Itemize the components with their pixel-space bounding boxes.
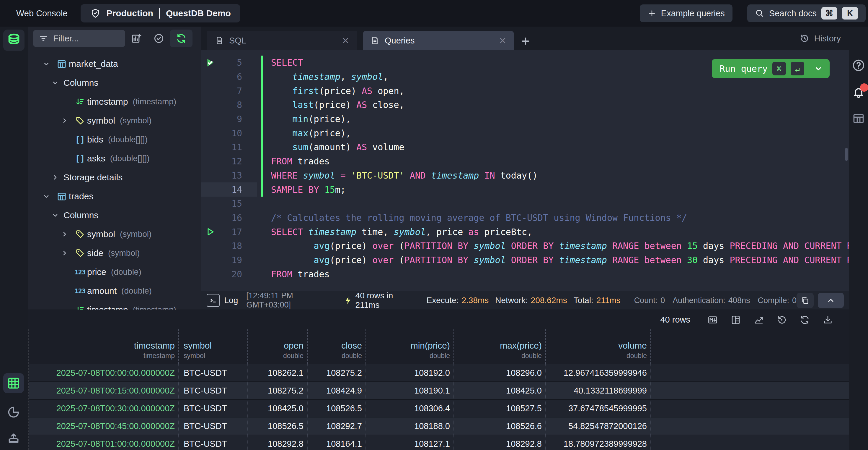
chart-builder-icon[interactable]	[753, 315, 764, 325]
chevron-down-icon[interactable]	[814, 64, 823, 73]
chevron-right-icon[interactable]	[52, 174, 63, 181]
tree-item-columns[interactable]: Columns	[28, 206, 201, 225]
chevron-right-icon[interactable]	[61, 250, 73, 257]
chevron-down-icon[interactable]	[52, 212, 63, 219]
tab-close-icon[interactable]: ✕	[499, 35, 506, 46]
tree-item-bids[interactable]: []bids(double[][])	[28, 130, 201, 149]
cell-min-price-[interactable]: 108188.0	[366, 418, 454, 434]
tree-item-timestamp[interactable]: timestamp(timestamp)	[28, 301, 201, 310]
tree-item-price[interactable]: 123price(double)	[28, 262, 201, 281]
cell-symbol[interactable]: BTC-USDT	[179, 382, 248, 399]
table-row[interactable]: 2025-07-08T00:15:00.000000ZBTC-USDT10827…	[29, 382, 849, 400]
cell-max-price-[interactable]: 108425.0	[454, 382, 546, 399]
download-csv-icon[interactable]	[823, 315, 833, 325]
markdown-export-icon[interactable]	[707, 315, 718, 325]
code-line-11[interactable]: 11 sum(amount) AS volume	[202, 140, 849, 154]
cell-volume[interactable]: 18.780972389999928	[546, 435, 651, 450]
instance-pill[interactable]: Production QuestDB Demo	[81, 4, 240, 23]
run-line-icon[interactable]	[202, 227, 219, 237]
copy-log-button[interactable]	[797, 293, 814, 308]
cell-symbol[interactable]: BTC-USDT	[179, 364, 248, 382]
tab-close-icon[interactable]: ✕	[342, 35, 349, 46]
column-header-min-price-[interactable]: min(price)double	[366, 329, 454, 364]
tree-item-asks[interactable]: []asks(double[][])	[28, 149, 201, 168]
cell-open[interactable]: 108292.8	[248, 435, 308, 450]
refresh-schema-button[interactable]	[170, 30, 192, 47]
cell-max-price-[interactable]: 108296.0	[454, 364, 546, 382]
cell-open[interactable]: 108275.2	[248, 382, 308, 399]
import-button[interactable]	[3, 428, 24, 448]
cell-max-price-[interactable]: 108527.5	[454, 400, 546, 417]
table-row[interactable]: 2025-07-08T01:00:00.000000ZBTC-USDT10829…	[29, 435, 849, 450]
schema-filter[interactable]	[33, 30, 125, 47]
new-tab-button[interactable]	[521, 36, 531, 46]
code-line-19[interactable]: 19 avg(price) over (PARTITION BY symbol …	[202, 253, 849, 267]
tree-item-side[interactable]: side(symbol)	[28, 244, 201, 262]
search-docs-button[interactable]: Search docs ⌘ K	[747, 4, 866, 22]
cell-timestamp[interactable]: 2025-07-08T00:30:00.000000Z	[29, 400, 179, 417]
tree-item-market-data[interactable]: market_data	[28, 54, 201, 73]
results-grid[interactable]: timestamptimestampsymbolsymbolopendouble…	[28, 329, 849, 450]
code-line-14[interactable]: 14SAMPLE BY 15m;	[202, 182, 849, 197]
cell-close[interactable]: 108526.5	[308, 400, 366, 417]
cell-max-price-[interactable]: 108526.6	[454, 418, 546, 434]
table-row[interactable]: 2025-07-08T00:00:00.000000ZBTC-USDT10826…	[29, 364, 849, 382]
tree-item-trades[interactable]: trades	[28, 187, 201, 206]
cell-open[interactable]: 108425.0	[248, 400, 308, 417]
cell-close[interactable]: 108292.7	[308, 418, 366, 434]
code-line-7[interactable]: 7 first(price) AS open,	[202, 84, 849, 98]
history-button[interactable]: History	[800, 27, 841, 50]
chevron-right-icon[interactable]	[61, 231, 73, 238]
cell-open[interactable]: 108262.1	[248, 364, 308, 382]
notifications-button[interactable]	[852, 86, 865, 99]
grid-view-button[interactable]	[3, 373, 24, 393]
tree-item-storage-details[interactable]: Storage details	[28, 168, 201, 187]
code-line-13[interactable]: 13WHERE symbol = 'BTC-USDT' AND timestam…	[202, 169, 849, 183]
tree-item-amount[interactable]: 123amount(double)	[28, 281, 201, 301]
cell-timestamp[interactable]: 2025-07-08T00:00:00.000000Z	[29, 364, 179, 382]
tree-item-columns[interactable]: Columns	[28, 73, 201, 92]
toggle-results-panel-button[interactable]	[852, 112, 865, 125]
cell-close[interactable]: 108424.9	[308, 382, 366, 399]
cell-open[interactable]: 108526.5	[248, 418, 308, 434]
column-header-close[interactable]: closedouble	[308, 329, 366, 364]
chevron-right-icon[interactable]	[61, 117, 73, 124]
column-header-timestamp[interactable]: timestamptimestamp	[29, 329, 179, 364]
cell-volume[interactable]: 54.82547872000126	[546, 418, 651, 434]
cell-min-price-[interactable]: 108306.4	[366, 400, 454, 417]
example-queries-button[interactable]: Example queries	[640, 4, 733, 22]
column-header-open[interactable]: opendouble	[248, 329, 308, 364]
cell-volume[interactable]: 12.967416359999946	[546, 364, 651, 382]
chevron-down-icon[interactable]	[43, 193, 55, 200]
run-query-button[interactable]: Run query ⌘ ↵	[712, 59, 830, 78]
code-line-18[interactable]: 18 avg(price) over (PARTITION BY symbol …	[202, 239, 849, 253]
editor-scrollbar[interactable]	[845, 148, 848, 161]
add-metrics-button[interactable]	[125, 30, 148, 47]
cell-volume[interactable]: 37.67478545999995	[546, 400, 651, 417]
chart-view-button[interactable]	[3, 402, 24, 422]
code-line-10[interactable]: 10 max(price),	[202, 126, 849, 140]
questdb-logo[interactable]	[3, 30, 25, 51]
schema-filter-input[interactable]	[53, 33, 98, 44]
column-header-max-price-[interactable]: max(price)double	[454, 329, 546, 364]
restore-result-icon[interactable]	[776, 315, 787, 325]
sql-editor[interactable]: Run query ⌘ ↵ 5SELECT6 timestamp, symbol…	[202, 50, 849, 291]
tree-item-symbol[interactable]: symbol(symbol)	[28, 225, 201, 244]
collapse-log-button[interactable]	[818, 293, 844, 308]
cell-min-price-[interactable]: 108190.1	[366, 382, 454, 399]
chevron-down-icon[interactable]	[52, 79, 63, 86]
chevron-down-icon[interactable]	[43, 60, 55, 67]
cell-min-price-[interactable]: 108127.1	[366, 435, 454, 450]
code-line-15[interactable]: 15	[202, 197, 849, 211]
cell-min-price-[interactable]: 108192.0	[366, 364, 454, 382]
code-line-8[interactable]: 8 last(price) AS close,	[202, 98, 849, 112]
tree-item-timestamp[interactable]: timestamp(timestamp)	[28, 92, 201, 111]
cell-symbol[interactable]: BTC-USDT	[179, 435, 248, 450]
cell-symbol[interactable]: BTC-USDT	[179, 418, 248, 434]
tab-queries[interactable]: Queries ✕	[363, 31, 514, 50]
cell-timestamp[interactable]: 2025-07-08T01:00:00.000000Z	[29, 435, 179, 450]
grid-layout-icon[interactable]	[731, 315, 741, 325]
cell-max-price-[interactable]: 108292.8	[454, 435, 546, 450]
code-line-17[interactable]: 17SELECT timestamp time, symbol, price a…	[202, 225, 849, 239]
cell-timestamp[interactable]: 2025-07-08T00:15:00.000000Z	[29, 382, 179, 399]
